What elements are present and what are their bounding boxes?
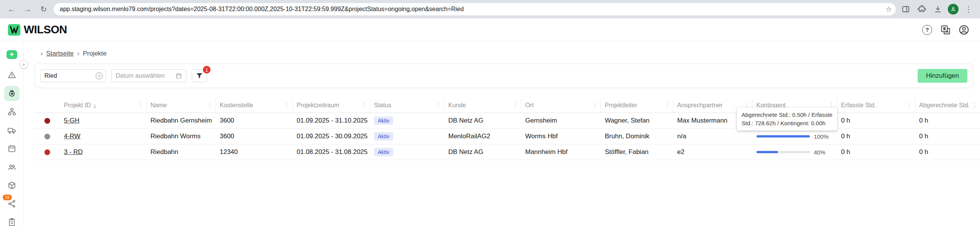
- column-header[interactable]: Projekt ID ↓ ⋮: [60, 98, 147, 113]
- cell-kunde: MenloRailAG2: [444, 133, 521, 140]
- browser-profile-avatar[interactable]: [948, 4, 959, 15]
- cell-projektleiter: Bruhn, Dominik: [601, 133, 673, 140]
- add-project-button[interactable]: Hinzufügen: [918, 69, 967, 83]
- sidebar-add-button[interactable]: +: [7, 50, 17, 59]
- calendar-icon: [175, 72, 182, 79]
- help-icon[interactable]: ?: [921, 24, 933, 36]
- column-header[interactable]: Erfasste Std. ⋮: [837, 98, 915, 113]
- share-icon: [7, 199, 16, 208]
- url-bar[interactable]: app.staging.wilson.menlo79.com/projects?…: [54, 3, 896, 15]
- app-header: WILSON ?: [0, 18, 980, 41]
- project-id-link[interactable]: 4-RW: [64, 133, 80, 140]
- column-menu-icon[interactable]: ⋮: [906, 102, 912, 109]
- column-header[interactable]: Kunde ⋮: [444, 98, 521, 113]
- extensions-puzzle-icon[interactable]: [916, 3, 928, 15]
- sidebar-expand-button[interactable]: ›: [20, 60, 28, 69]
- progress-bar: [756, 151, 810, 153]
- back-icon[interactable]: ←: [5, 3, 18, 15]
- cell-abgerechnete-std: 0 h: [915, 148, 980, 156]
- progress-fill: [756, 135, 810, 138]
- column-label: Name: [150, 102, 167, 109]
- project-id-link[interactable]: 5-GH: [64, 117, 80, 124]
- column-menu-icon[interactable]: ⋮: [361, 102, 367, 109]
- column-header-dot: [34, 98, 60, 113]
- browser-menu-icon[interactable]: ⋮: [962, 3, 975, 15]
- column-menu-icon[interactable]: ⋮: [513, 102, 518, 109]
- column-header[interactable]: Abgerechnete Std. ⋮: [915, 98, 980, 113]
- column-label: Kunde: [448, 102, 466, 109]
- bookmark-star-icon[interactable]: ☆: [885, 5, 892, 14]
- sidebar-item-team[interactable]: [4, 159, 20, 175]
- chevron-right-icon: ›: [77, 50, 79, 57]
- sort-desc-icon[interactable]: ↓: [93, 102, 96, 109]
- column-menu-icon[interactable]: ⋮: [138, 102, 144, 109]
- kontingent-tooltip: Abgerechnete Std.: 0.50h / Erfasste Std.…: [737, 108, 837, 131]
- people-icon: [7, 162, 16, 172]
- sidebar-item-documents[interactable]: [4, 215, 20, 226]
- cell-abgerechnete-std: 0 h: [915, 133, 980, 140]
- cell-erfasste-std: 0 h: [837, 117, 915, 124]
- column-menu-icon[interactable]: ⋮: [592, 102, 598, 109]
- column-menu-icon[interactable]: ⋮: [436, 102, 441, 109]
- clear-search-icon[interactable]: ×: [96, 72, 103, 79]
- column-header[interactable]: Kostenstelle ⋮: [216, 98, 293, 113]
- main-content: › Startseite › Projekte × 1 Hinzufügen: [24, 41, 980, 226]
- filter-count-badge: 1: [203, 66, 211, 74]
- side-panel-icon[interactable]: [900, 3, 912, 15]
- sidebar-item-projects[interactable]: [4, 86, 20, 101]
- sidebar-item-inventory[interactable]: [4, 178, 20, 193]
- sidebar-item-integrations[interactable]: 19: [4, 196, 20, 211]
- account-icon[interactable]: [958, 24, 970, 36]
- downloads-icon[interactable]: [932, 3, 944, 15]
- translate-icon[interactable]: [939, 24, 952, 36]
- cell-projektzeitraum: 01.08.2025 - 31.08.2025: [293, 148, 370, 156]
- breadcrumb-startseite[interactable]: Startseite: [46, 50, 74, 57]
- date-input[interactable]: [116, 72, 175, 79]
- cell-projektzeitraum: 01.09.2025 - 31.10.2025: [293, 117, 370, 124]
- tooltip-line-2: Std.: 728.62h / Kontingent: 0.00h: [742, 119, 833, 128]
- warning-triangle-icon: [7, 70, 16, 80]
- table-row[interactable]: 3 - RD Riedbahn 12340 01.08.2025 - 31.08…: [34, 144, 980, 160]
- wilson-logo-icon: [8, 24, 21, 36]
- progress-bar: [756, 135, 810, 138]
- column-header[interactable]: Name ⋮: [147, 98, 216, 113]
- filter-button[interactable]: 1: [192, 69, 207, 82]
- column-menu-icon[interactable]: ⋮: [972, 102, 977, 109]
- sidebar-item-vehicles[interactable]: [4, 123, 20, 138]
- project-id-link[interactable]: 3 - RD: [64, 148, 83, 156]
- cell-abgerechnete-std: 0 h: [915, 117, 980, 124]
- cell-kostenstelle: 3600: [216, 117, 293, 124]
- column-menu-icon[interactable]: ⋮: [284, 102, 290, 109]
- column-header[interactable]: Projektzeitraum ⋮: [293, 98, 370, 113]
- column-menu-icon[interactable]: ⋮: [665, 102, 670, 109]
- column-header[interactable]: Projektleiter ⋮: [601, 98, 673, 113]
- sidebar-item-calendar[interactable]: [4, 141, 20, 156]
- row-status-dot: [44, 134, 50, 139]
- reload-icon[interactable]: ↻: [38, 3, 50, 15]
- forward-icon[interactable]: →: [21, 3, 34, 15]
- cell-ansprechpartner: n/a: [673, 133, 753, 140]
- url-text: app.staging.wilson.menlo79.com/projects?…: [60, 6, 882, 13]
- column-header[interactable]: Status ⋮: [370, 98, 444, 113]
- column-menu-icon[interactable]: ⋮: [207, 102, 213, 109]
- table-row[interactable]: 5-GH Riedbahn Gernsheim 3600 01.09.2025 …: [34, 113, 980, 129]
- cell-projektzeitraum: 01.09.2025 - 30.09.2025: [293, 133, 370, 140]
- filter-bar: × 1 Hinzufügen: [34, 64, 973, 88]
- chevron-right-icon: ›: [41, 50, 43, 57]
- table-row[interactable]: 4-RW Riedbahn Worms 3600 01.09.2025 - 30…: [34, 129, 980, 144]
- status-badge: Aktiv: [374, 148, 393, 156]
- calendar-icon: [7, 144, 16, 153]
- column-label: Projektzeitraum: [297, 102, 339, 109]
- search-input[interactable]: [41, 72, 96, 79]
- sidebar-item-structure[interactable]: [4, 104, 20, 120]
- column-header[interactable]: Ort ⋮: [521, 98, 601, 113]
- cell-kontingent: 40%: [753, 149, 837, 156]
- sidebar: + 19: [0, 41, 24, 226]
- screen: ← → ↻ app.staging.wilson.menlo79.com/pro…: [0, 0, 980, 226]
- cell-project-id: 4-RW: [60, 133, 147, 140]
- browser-toolbar: ← → ↻ app.staging.wilson.menlo79.com/pro…: [0, 0, 980, 18]
- cell-status: Aktiv: [370, 116, 444, 125]
- cell-status: Aktiv: [370, 148, 444, 156]
- sidebar-item-alerts[interactable]: [4, 67, 20, 83]
- wilson-logo[interactable]: WILSON: [8, 23, 67, 36]
